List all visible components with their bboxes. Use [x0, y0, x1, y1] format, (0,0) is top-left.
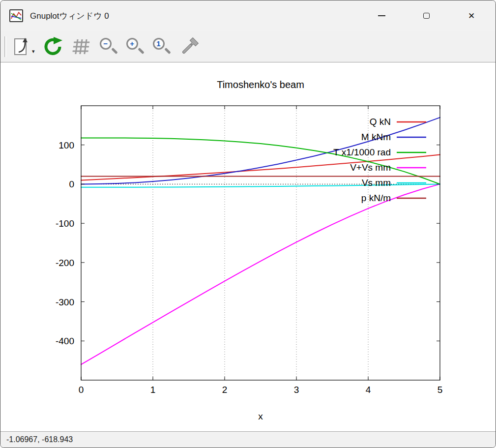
- legend-label: Vs mm: [362, 178, 391, 188]
- export-page-icon: [12, 36, 31, 58]
- legend-label: Q kN: [370, 117, 391, 127]
- legend-label: V+Vs mm: [350, 162, 391, 173]
- minimize-icon: [378, 15, 385, 16]
- toolbar-grip[interactable]: [4, 36, 6, 57]
- zoom-reset-glyph: 1: [156, 39, 160, 48]
- maximize-button[interactable]: [415, 5, 437, 27]
- zoom-in-icon: +: [125, 36, 145, 57]
- settings-button[interactable]: [177, 35, 201, 59]
- chart: 0123451000-100-200-300-400Timoshenko's b…: [0, 62, 496, 432]
- zoom-reset-icon: 1: [152, 36, 172, 57]
- y-tick-label: -400: [56, 336, 74, 346]
- plot-canvas[interactable]: 0123451000-100-200-300-400Timoshenko's b…: [0, 62, 496, 431]
- mouse-coordinates: -1.06967, -618.943: [6, 435, 73, 444]
- y-tick-label: 100: [58, 140, 74, 150]
- x-tick-label: 2: [222, 385, 228, 395]
- y-tick-label: -100: [56, 218, 74, 229]
- replot-icon: [42, 36, 63, 58]
- legend-label: M kNm: [361, 132, 391, 142]
- statusbar: -1.06967, -618.943: [0, 431, 496, 448]
- dropdown-arrow-icon: ▾: [32, 48, 35, 55]
- x-tick-label: 0: [79, 385, 84, 395]
- export-to-clipboard-button[interactable]: ▾: [11, 35, 36, 59]
- zoom-out-glyph: −: [103, 39, 108, 48]
- minimize-button[interactable]: [371, 5, 392, 27]
- x-tick-label: 5: [438, 385, 443, 395]
- x-tick-label: 3: [294, 385, 299, 395]
- window-title: Gnuplotウィンドウ 0: [30, 10, 109, 22]
- x-tick-label: 1: [150, 385, 156, 395]
- maximize-icon: [423, 13, 430, 19]
- close-icon: ✕: [468, 12, 475, 20]
- legend-label: p kN/m: [361, 193, 391, 203]
- wrench-icon: [178, 36, 200, 58]
- series-line: [81, 184, 440, 364]
- x-axis-label: x: [258, 411, 263, 421]
- zoom-reset-button[interactable]: 1: [151, 35, 173, 58]
- zoom-in-glyph: +: [130, 39, 134, 48]
- legend-label: T x1/1000 rad: [333, 147, 391, 157]
- chart-title: Timoshenko's beam: [217, 79, 304, 90]
- y-tick-label: -200: [56, 258, 74, 268]
- zoom-in-button[interactable]: +: [124, 35, 146, 58]
- toolbar: ▾ − +: [0, 31, 496, 62]
- x-tick-label: 4: [366, 385, 371, 395]
- y-tick-label: -300: [56, 297, 74, 307]
- y-tick-label: 0: [69, 179, 74, 189]
- toggle-grid-button[interactable]: [69, 35, 93, 59]
- titlebar[interactable]: Gnuplotウィンドウ 0 ✕: [0, 0, 496, 31]
- grid-icon: [70, 36, 92, 58]
- close-button[interactable]: ✕: [461, 5, 482, 27]
- zoom-out-button[interactable]: −: [98, 35, 119, 58]
- gnuplot-window: Gnuplotウィンドウ 0 ✕ ▾: [0, 0, 496, 448]
- gnuplot-app-icon: [9, 9, 23, 22]
- replot-button[interactable]: [41, 35, 64, 59]
- zoom-out-icon: −: [99, 36, 118, 57]
